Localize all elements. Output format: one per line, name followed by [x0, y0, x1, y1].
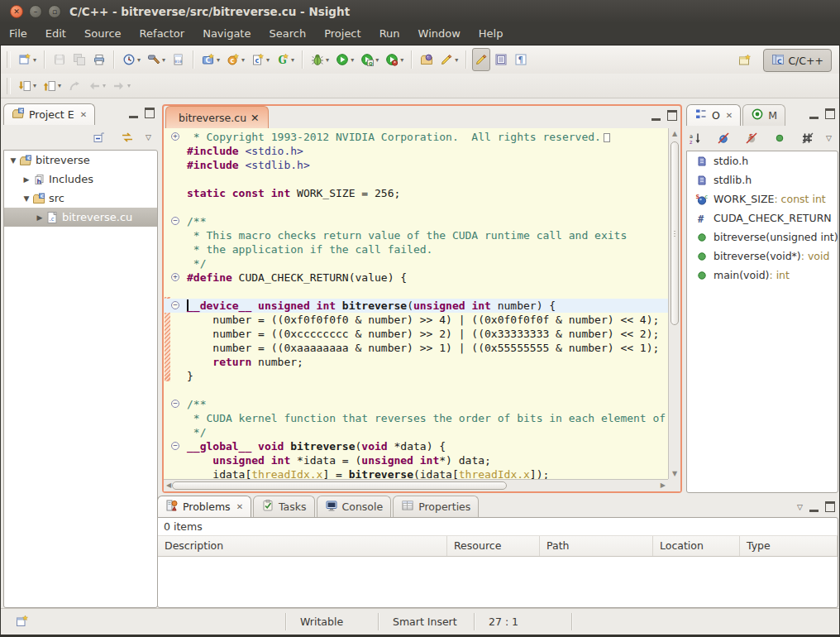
save-all-button[interactable]: [70, 48, 88, 71]
tree-item-src[interactable]: ▼Csrc: [4, 189, 157, 208]
fold-expand-icon[interactable]: +: [171, 132, 179, 141]
open-perspective-button[interactable]: [736, 49, 754, 72]
tree-arrow-icon[interactable]: ▶: [21, 175, 32, 184]
fold-collapse-icon[interactable]: −: [171, 400, 179, 408]
minimize-view-icon[interactable]: [809, 109, 819, 119]
column-header-location[interactable]: Location: [653, 536, 740, 556]
link-editor-button[interactable]: [118, 127, 136, 147]
tree-arrow-icon[interactable]: ▼: [7, 156, 19, 165]
editor-vertical-scrollbar[interactable]: ▲ ▼: [668, 128, 680, 479]
dropdown-arrow-icon[interactable]: ▾: [58, 82, 61, 89]
dropdown-arrow-icon[interactable]: ▾: [33, 82, 36, 89]
scrollbar-thumb[interactable]: [671, 141, 679, 325]
dropdown-arrow-icon[interactable]: ▾: [266, 56, 270, 64]
dropdown-arrow-icon[interactable]: ▾: [375, 56, 379, 64]
tree-item-bitreverse-cu[interactable]: ▶.cbitreverse.cu: [4, 208, 157, 227]
scroll-right-icon[interactable]: ▶: [661, 481, 666, 489]
prev-annotation-button[interactable]: ▾: [41, 74, 64, 98]
close-icon[interactable]: ✕: [726, 111, 733, 120]
scroll-left-icon[interactable]: ◀: [166, 481, 171, 489]
outline-item[interactable]: bitreverse(unsigned int) : unsigned int: [687, 228, 838, 247]
menu-edit[interactable]: Edit: [36, 23, 75, 45]
maximize-view-icon[interactable]: [145, 108, 155, 118]
mark-occurrences-button[interactable]: [472, 48, 490, 71]
menu-file[interactable]: File: [0, 23, 36, 45]
scroll-down-icon[interactable]: ▼: [669, 470, 680, 477]
dropdown-arrow-icon[interactable]: ▾: [400, 56, 403, 64]
column-header-path[interactable]: Path: [540, 536, 653, 556]
forward-button[interactable]: ▾: [110, 74, 133, 98]
back-button[interactable]: ▾: [85, 74, 108, 98]
maximize-view-icon[interactable]: [825, 108, 835, 119]
dropdown-arrow-icon[interactable]: ▾: [162, 56, 165, 64]
save-button[interactable]: [50, 48, 69, 71]
outline-item[interactable]: stdlib.h: [687, 170, 838, 189]
minimize-view-icon[interactable]: [651, 111, 661, 121]
dropdown-arrow-icon[interactable]: ▾: [127, 82, 131, 89]
sort-az-button[interactable]: az: [686, 128, 704, 148]
outline-item[interactable]: bitreverse(void*) : void: [687, 247, 838, 266]
dropdown-arrow-icon[interactable]: ▾: [217, 56, 220, 64]
fast-view-icon[interactable]: [16, 615, 29, 631]
profile-clock-button[interactable]: ▾: [120, 48, 143, 71]
window-minimize-button[interactable]: –: [29, 5, 42, 18]
minimize-view-icon[interactable]: [129, 108, 138, 118]
collapse-all-button[interactable]: [90, 127, 108, 147]
new-c-file-button[interactable]: c▾: [249, 48, 272, 71]
menu-refactor[interactable]: Refactor: [131, 23, 194, 45]
menu-project[interactable]: Project: [315, 23, 370, 45]
menu-help[interactable]: Help: [470, 23, 513, 45]
fold-collapse-icon[interactable]: −: [171, 442, 179, 450]
window-close-button[interactable]: ✕: [10, 5, 23, 18]
view-menu-icon[interactable]: ▽: [826, 134, 832, 142]
tree-item-includes[interactable]: ▶hIncludes: [4, 170, 157, 189]
tab-problems[interactable]: Problems✕: [157, 496, 251, 517]
tree-arrow-icon[interactable]: ▼: [21, 194, 32, 203]
mark-pen-button[interactable]: ▾: [437, 48, 461, 71]
tab-tasks[interactable]: Tasks: [253, 496, 315, 517]
hide-fields-button[interactable]: [714, 128, 733, 148]
outline-item[interactable]: #CUDA_CHECK_RETURN: [687, 208, 838, 228]
menu-window[interactable]: Window: [409, 23, 470, 45]
dropdown-arrow-icon[interactable]: ▾: [326, 56, 329, 64]
show-whitespace-button[interactable]: ¶: [512, 48, 530, 71]
run-coverage-button[interactable]: Q▾: [358, 48, 381, 71]
window-maximize-button[interactable]: ▫: [48, 5, 61, 18]
code-editor[interactable]: + * Copyright 1993-2012 NVIDIA Corporati…: [164, 128, 680, 491]
binary-file-button[interactable]: 010: [169, 48, 188, 71]
tab-project-explorer[interactable]: C Project E ✕: [3, 103, 95, 125]
tab-console[interactable]: Console: [317, 496, 392, 517]
print-button[interactable]: [90, 48, 108, 71]
next-annotation-button[interactable]: ▾: [16, 74, 39, 98]
menu-source[interactable]: Source: [75, 23, 131, 45]
maximize-view-icon[interactable]: [667, 110, 677, 121]
column-header-resource[interactable]: Resource: [447, 536, 540, 556]
outline-item[interactable]: ScWORK_SIZE : const int: [687, 189, 838, 208]
fold-collapse-icon[interactable]: −: [171, 301, 179, 309]
tab-bitreverse-cu[interactable]: bitreverse.cu ✕: [165, 106, 269, 128]
open-type-button[interactable]: [418, 48, 436, 71]
editor-horizontal-scrollbar[interactable]: ◀ ▶: [164, 479, 668, 491]
dropdown-arrow-icon[interactable]: ▾: [351, 56, 354, 64]
show-source-button[interactable]: [492, 48, 510, 71]
menu-run[interactable]: Run: [370, 23, 409, 45]
column-header-type[interactable]: Type: [740, 536, 838, 556]
run-button[interactable]: ▾: [333, 48, 356, 71]
tab-o[interactable]: O✕: [686, 104, 741, 126]
dropdown-arrow-icon[interactable]: ▾: [103, 82, 106, 89]
column-header-description[interactable]: Description: [158, 536, 447, 556]
outline-item[interactable]: main(void) : int: [687, 266, 838, 285]
dropdown-arrow-icon[interactable]: ▾: [455, 56, 458, 64]
new-cpp-class-button[interactable]: c▾: [224, 48, 247, 71]
dropdown-arrow-icon[interactable]: ▾: [291, 56, 294, 64]
cpp-perspective-button[interactable]: C C/C++: [763, 49, 832, 72]
new-cuda-button[interactable]: G▾: [274, 48, 297, 71]
last-edit-button[interactable]: [65, 74, 84, 98]
dropdown-arrow-icon[interactable]: ▾: [241, 56, 245, 64]
new-wizard-button[interactable]: ▾: [16, 48, 39, 71]
tab-m[interactable]: M: [742, 104, 785, 126]
menu-search[interactable]: Search: [260, 23, 315, 45]
tree-item-bitreverse[interactable]: ▼Cbitreverse: [4, 151, 157, 170]
close-icon[interactable]: ✕: [80, 110, 87, 119]
outline-item[interactable]: stdio.h: [687, 151, 838, 170]
